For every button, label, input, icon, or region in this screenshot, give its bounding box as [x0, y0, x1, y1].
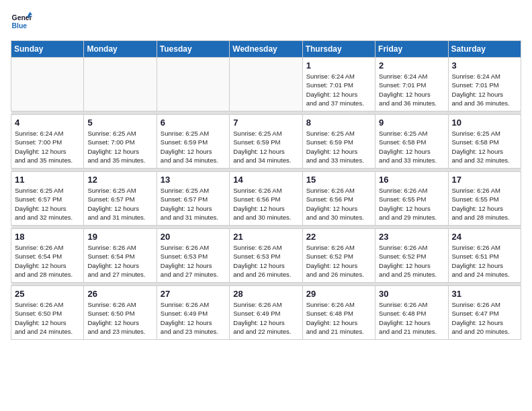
day-detail: Sunrise: 6:26 AMSunset: 6:53 PMDaylight:… — [161, 243, 226, 279]
day-detail: Sunrise: 6:25 AMSunset: 7:00 PMDaylight:… — [87, 129, 152, 165]
day-number: 30 — [379, 289, 444, 299]
day-number: 12 — [87, 175, 152, 185]
calendar-cell — [230, 58, 302, 111]
day-detail: Sunrise: 6:26 AMSunset: 6:48 PMDaylight:… — [306, 300, 371, 336]
weekday-header: Tuesday — [157, 41, 229, 58]
day-number: 7 — [233, 118, 298, 128]
calendar-cell: 25Sunrise: 6:26 AMSunset: 6:50 PMDayligh… — [11, 286, 84, 340]
svg-marker-2 — [28, 12, 32, 15]
day-detail: Sunrise: 6:26 AMSunset: 6:54 PMDaylight:… — [87, 243, 152, 279]
calendar-cell: 10Sunrise: 6:25 AMSunset: 6:58 PMDayligh… — [448, 115, 521, 169]
day-detail: Sunrise: 6:26 AMSunset: 6:50 PMDaylight:… — [87, 300, 152, 336]
day-detail: Sunrise: 6:26 AMSunset: 6:56 PMDaylight:… — [233, 186, 298, 222]
calendar-cell: 4Sunrise: 6:24 AMSunset: 7:00 PMDaylight… — [11, 115, 84, 169]
calendar-cell: 14Sunrise: 6:26 AMSunset: 6:56 PMDayligh… — [230, 172, 302, 226]
day-number: 6 — [161, 118, 226, 128]
calendar-cell — [11, 58, 84, 111]
day-detail: Sunrise: 6:25 AMSunset: 6:58 PMDaylight:… — [452, 129, 517, 165]
calendar-cell: 3Sunrise: 6:24 AMSunset: 7:01 PMDaylight… — [448, 58, 521, 111]
calendar-cell: 30Sunrise: 6:26 AMSunset: 6:48 PMDayligh… — [375, 286, 448, 340]
calendar-header-row: SundayMondayTuesdayWednesdayThursdayFrid… — [11, 41, 521, 58]
calendar-cell: 23Sunrise: 6:26 AMSunset: 6:52 PMDayligh… — [375, 229, 448, 283]
day-detail: Sunrise: 6:26 AMSunset: 6:48 PMDaylight:… — [379, 300, 444, 336]
calendar-cell: 2Sunrise: 6:24 AMSunset: 7:01 PMDaylight… — [375, 58, 448, 111]
day-detail: Sunrise: 6:26 AMSunset: 6:51 PMDaylight:… — [452, 243, 517, 279]
day-detail: Sunrise: 6:26 AMSunset: 6:55 PMDaylight:… — [379, 186, 444, 222]
day-detail: Sunrise: 6:26 AMSunset: 6:52 PMDaylight:… — [306, 243, 371, 279]
calendar-cell: 21Sunrise: 6:26 AMSunset: 6:53 PMDayligh… — [230, 229, 302, 283]
weekday-header: Sunday — [11, 41, 84, 58]
day-number: 27 — [161, 289, 226, 299]
svg-text:Blue: Blue — [12, 22, 28, 30]
day-detail: Sunrise: 6:26 AMSunset: 6:50 PMDaylight:… — [15, 300, 80, 336]
calendar-cell — [84, 58, 157, 111]
day-detail: Sunrise: 6:25 AMSunset: 6:57 PMDaylight:… — [87, 186, 152, 222]
day-detail: Sunrise: 6:26 AMSunset: 6:49 PMDaylight:… — [233, 300, 298, 336]
day-number: 14 — [233, 175, 298, 185]
calendar-cell: 7Sunrise: 6:25 AMSunset: 6:59 PMDaylight… — [230, 115, 302, 169]
calendar-cell: 5Sunrise: 6:25 AMSunset: 7:00 PMDaylight… — [84, 115, 157, 169]
weekday-header: Thursday — [302, 41, 375, 58]
day-number: 29 — [306, 289, 371, 299]
day-number: 24 — [452, 232, 517, 242]
calendar-cell: 31Sunrise: 6:26 AMSunset: 6:47 PMDayligh… — [448, 286, 521, 340]
calendar-week-row: 4Sunrise: 6:24 AMSunset: 7:00 PMDaylight… — [11, 115, 521, 169]
calendar-cell — [157, 58, 229, 111]
calendar-week-row: 18Sunrise: 6:26 AMSunset: 6:54 PMDayligh… — [11, 229, 521, 283]
calendar-cell: 28Sunrise: 6:26 AMSunset: 6:49 PMDayligh… — [230, 286, 302, 340]
day-detail: Sunrise: 6:24 AMSunset: 7:01 PMDaylight:… — [452, 72, 517, 107]
day-number: 11 — [15, 175, 80, 185]
day-number: 31 — [452, 289, 517, 299]
day-number: 20 — [161, 232, 226, 242]
calendar-cell: 9Sunrise: 6:25 AMSunset: 6:58 PMDaylight… — [375, 115, 448, 169]
day-detail: Sunrise: 6:25 AMSunset: 6:59 PMDaylight:… — [306, 129, 371, 165]
weekday-header: Wednesday — [230, 41, 302, 58]
calendar-cell: 29Sunrise: 6:26 AMSunset: 6:48 PMDayligh… — [302, 286, 375, 340]
day-number: 25 — [15, 289, 80, 299]
day-number: 15 — [306, 175, 371, 185]
calendar-cell: 17Sunrise: 6:26 AMSunset: 6:55 PMDayligh… — [448, 172, 521, 226]
calendar-cell: 11Sunrise: 6:25 AMSunset: 6:57 PMDayligh… — [11, 172, 84, 226]
calendar-cell: 22Sunrise: 6:26 AMSunset: 6:52 PMDayligh… — [302, 229, 375, 283]
day-detail: Sunrise: 6:25 AMSunset: 6:57 PMDaylight:… — [161, 186, 226, 222]
day-detail: Sunrise: 6:26 AMSunset: 6:54 PMDaylight:… — [15, 243, 80, 279]
calendar-cell: 8Sunrise: 6:25 AMSunset: 6:59 PMDaylight… — [302, 115, 375, 169]
calendar-cell: 1Sunrise: 6:24 AMSunset: 7:01 PMDaylight… — [302, 58, 375, 111]
day-number: 1 — [306, 60, 371, 71]
day-number: 2 — [379, 60, 444, 71]
day-detail: Sunrise: 6:26 AMSunset: 6:52 PMDaylight:… — [379, 243, 444, 279]
day-number: 17 — [452, 175, 517, 185]
calendar-cell: 12Sunrise: 6:25 AMSunset: 6:57 PMDayligh… — [84, 172, 157, 226]
day-detail: Sunrise: 6:24 AMSunset: 7:00 PMDaylight:… — [15, 129, 80, 165]
day-number: 21 — [233, 232, 298, 242]
day-detail: Sunrise: 6:25 AMSunset: 6:57 PMDaylight:… — [15, 186, 80, 222]
day-number: 23 — [379, 232, 444, 242]
calendar-week-row: 11Sunrise: 6:25 AMSunset: 6:57 PMDayligh… — [11, 172, 521, 226]
day-detail: Sunrise: 6:25 AMSunset: 6:58 PMDaylight:… — [379, 129, 444, 165]
calendar-cell: 27Sunrise: 6:26 AMSunset: 6:49 PMDayligh… — [157, 286, 229, 340]
day-number: 4 — [15, 118, 80, 128]
day-detail: Sunrise: 6:26 AMSunset: 6:55 PMDaylight:… — [452, 186, 517, 222]
calendar-cell: 16Sunrise: 6:26 AMSunset: 6:55 PMDayligh… — [375, 172, 448, 226]
day-number: 19 — [87, 232, 152, 242]
day-detail: Sunrise: 6:25 AMSunset: 6:59 PMDaylight:… — [161, 129, 226, 165]
calendar-week-row: 1Sunrise: 6:24 AMSunset: 7:01 PMDaylight… — [11, 58, 521, 111]
calendar-cell: 26Sunrise: 6:26 AMSunset: 6:50 PMDayligh… — [84, 286, 157, 340]
calendar-cell: 19Sunrise: 6:26 AMSunset: 6:54 PMDayligh… — [84, 229, 157, 283]
calendar-cell: 18Sunrise: 6:26 AMSunset: 6:54 PMDayligh… — [11, 229, 84, 283]
day-number: 16 — [379, 175, 444, 185]
day-number: 18 — [15, 232, 80, 242]
day-detail: Sunrise: 6:26 AMSunset: 6:53 PMDaylight:… — [233, 243, 298, 279]
calendar-cell: 6Sunrise: 6:25 AMSunset: 6:59 PMDaylight… — [157, 115, 229, 169]
day-number: 28 — [233, 289, 298, 299]
day-number: 8 — [306, 118, 371, 128]
logo: General Blue — [11, 11, 35, 32]
weekday-header: Friday — [375, 41, 448, 58]
calendar-week-row: 25Sunrise: 6:26 AMSunset: 6:50 PMDayligh… — [11, 286, 521, 340]
calendar-cell: 20Sunrise: 6:26 AMSunset: 6:53 PMDayligh… — [157, 229, 229, 283]
weekday-header: Monday — [84, 41, 157, 58]
day-number: 5 — [87, 118, 152, 128]
day-number: 26 — [87, 289, 152, 299]
day-detail: Sunrise: 6:24 AMSunset: 7:01 PMDaylight:… — [379, 72, 444, 107]
weekday-header: Saturday — [448, 41, 521, 58]
